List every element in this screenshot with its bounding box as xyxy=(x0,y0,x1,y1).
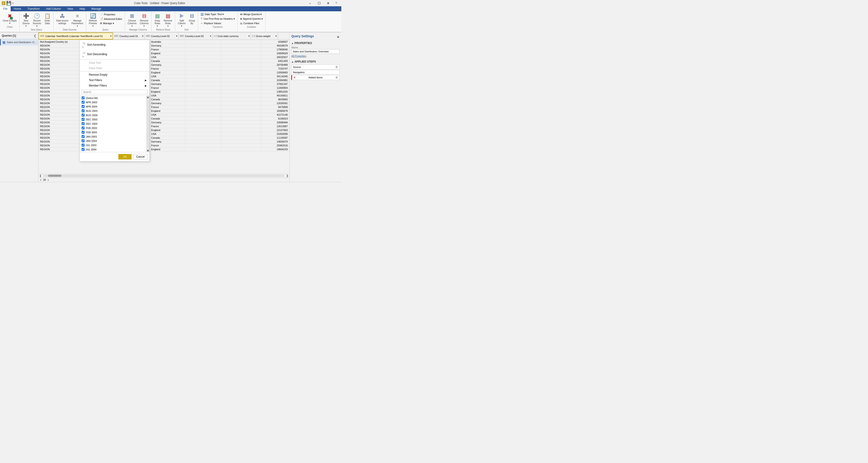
table-row[interactable]: REGIONAMERICACanada11126587 xyxy=(39,136,289,140)
table-row[interactable]: REGIONEUROPEFrance9475899 xyxy=(39,105,289,109)
tab-view[interactable]: View xyxy=(64,6,76,11)
filter-checkbox-aug2004[interactable] xyxy=(82,113,85,117)
help-btn[interactable]: ? xyxy=(333,0,340,6)
filter-item-jan2004[interactable]: JAN 2004 xyxy=(80,139,146,143)
h-scroll-right-arrow[interactable]: ❭ xyxy=(285,174,289,177)
col3-dropdown-arrow[interactable]: ▾ xyxy=(176,35,177,37)
table-row[interactable]: REGIONEUROPEEngland12050663 xyxy=(39,71,289,74)
filter-checkbox-apr2003[interactable] xyxy=(82,101,85,104)
step-source[interactable]: Source ⚙ xyxy=(291,65,340,70)
keep-rows-dropdown[interactable]: ▾ xyxy=(157,25,158,27)
table-row[interactable]: REGIONAMERICACanada6451493 xyxy=(39,59,289,63)
filter-checkbox-jul2003[interactable] xyxy=(82,144,85,146)
filter-search-input[interactable] xyxy=(82,90,148,94)
merge-queries-button[interactable]: ⋈ Merge Queries ▾ xyxy=(239,12,264,16)
col5-dropdown-arrow[interactable]: ▾ xyxy=(248,35,250,37)
col2-dropdown-arrow[interactable]: ▾ xyxy=(142,35,143,37)
minimize-btn[interactable]: – xyxy=(306,0,315,6)
filter-item-jun2003[interactable]: JUN 2003 xyxy=(80,152,146,152)
recent-sources-button[interactable]: 🕐 RecentSources ▾ xyxy=(31,12,42,28)
page-right-arrow[interactable]: › xyxy=(47,178,50,181)
filter-item-feb2004[interactable]: FEB 2004 xyxy=(80,130,146,134)
col-header-3[interactable]: ABC Country.Level 02 ▾ xyxy=(145,33,179,39)
table-row[interactable]: REGIONEUROPEGermany49328079 xyxy=(39,44,289,48)
col-header-1[interactable]: ABC Calendar Year/Month.Calendar Year/Mo… xyxy=(38,33,113,39)
ribbon-collapse-btn[interactable]: ▴ xyxy=(337,6,339,11)
col-header-2[interactable]: ABC Country.Level 01 ▾ xyxy=(113,33,145,39)
filter-checkbox-dec2003[interactable] xyxy=(82,118,85,121)
tab-help[interactable]: Help xyxy=(76,6,88,11)
filter-checkbox-aug2003[interactable] xyxy=(82,109,85,112)
table-row[interactable]: REGIONEUROPEFrance17969040 xyxy=(39,48,289,52)
properties-button[interactable]: 📄 Properties xyxy=(99,12,123,16)
keep-rows-button[interactable]: ▤ KeepRows ▾ xyxy=(153,12,162,28)
table-row[interactable]: REGIONEUROPEFrance11000854 xyxy=(39,86,289,90)
step-navigation[interactable]: Navigation xyxy=(291,70,340,74)
col-header-6[interactable]: 1.2 Gross weight ▾ xyxy=(251,33,278,39)
new-source-dropdown[interactable]: ▾ xyxy=(26,25,27,27)
text-filters-item[interactable]: Text Filters ▶ xyxy=(80,77,149,83)
table-row[interactable]: REGIONEUROPEFrance25962516 xyxy=(39,144,289,147)
filter-checkbox-jan2003[interactable] xyxy=(82,135,85,138)
table-row[interactable]: REGIONEUROPEEngland22157663 xyxy=(39,128,289,132)
tab-file[interactable]: File xyxy=(0,6,11,11)
horizontal-scrollbar[interactable]: ❬ ❭ xyxy=(38,174,289,177)
close-apply-dropdown[interactable]: ▾ xyxy=(9,22,10,24)
col-header-4[interactable]: ABC Country.Level 03 ▾ xyxy=(179,33,213,39)
scroll-thumb[interactable] xyxy=(147,99,149,148)
data-type-button[interactable]: 🔤 Data Type: Text ▾ xyxy=(199,12,236,16)
filter-item-dec2004[interactable]: DEC 2004 xyxy=(80,122,146,126)
remove-columns-button[interactable]: ⊟ RemoveColumns ▾ xyxy=(138,12,150,28)
choose-columns-button[interactable]: ⊞ ChooseColumns ▾ xyxy=(126,12,138,28)
step-added-items-gear-icon[interactable]: ⚙ xyxy=(336,76,338,79)
table-row[interactable]: REGIONAMERICACanada10304981 xyxy=(39,78,289,82)
filter-checkbox-apr2004[interactable] xyxy=(82,105,85,108)
page-left-arrow[interactable]: ‹ xyxy=(39,178,42,181)
table-row[interactable]: REGIONEUROPEGermany14826079 xyxy=(39,140,289,144)
all-properties-link[interactable]: All Properties xyxy=(291,55,340,57)
manage-button[interactable]: ⚙ Manage ▾ xyxy=(99,21,123,26)
save-icon[interactable]: 💾 xyxy=(6,1,11,6)
table-row[interactable]: REGIONAMERICAUSA26032927 xyxy=(39,55,289,59)
filter-checkbox-jul2004[interactable] xyxy=(82,148,85,151)
table-row[interactable]: REGIONEUROPEGermany12026591 xyxy=(39,101,289,105)
queries-panel-collapse[interactable]: ❮ xyxy=(34,34,36,37)
query-settings-close-icon[interactable]: ✕ xyxy=(337,35,340,39)
filter-item-feb2003[interactable]: FEB 2003 xyxy=(80,126,146,130)
table-row[interactable]: REGIONEUROPEEngland24809029 xyxy=(39,52,289,55)
append-queries-button[interactable]: ⊕ Append Queries ▾ xyxy=(239,17,264,21)
table-row[interactable]: REGIONEUROPEFrance7233747 xyxy=(39,67,289,71)
step-added-items[interactable]: ✕ Added Items ⚙ xyxy=(291,75,340,80)
col6-dropdown-arrow[interactable]: ▾ xyxy=(276,35,277,37)
table-row[interactable]: REGIONEUROPEEngland13851025 xyxy=(39,90,289,94)
enter-data-button[interactable]: 📋 EnterData xyxy=(43,12,52,26)
tab-add-column[interactable]: Add Column xyxy=(43,6,64,11)
table-row[interactable]: REGIONAMERICAUSA25350099 xyxy=(39,132,289,136)
maximize-btn[interactable]: ☐ xyxy=(315,0,324,6)
filter-ok-button[interactable]: OK xyxy=(119,154,131,160)
use-first-row-button[interactable]: ⊤ Use First Row as Headers ▾ xyxy=(199,17,236,21)
filter-item-apr2004[interactable]: APR 2004 xyxy=(80,104,146,109)
close-btn[interactable]: ✕ xyxy=(324,0,333,6)
col4-dropdown-arrow[interactable]: ▾ xyxy=(210,35,211,37)
table-row[interactable]: REGIONAMERICACanada6156023 xyxy=(39,117,289,121)
filter-checkbox-feb2004[interactable] xyxy=(82,131,85,134)
col1-dropdown-arrow[interactable]: ▾ xyxy=(110,35,112,37)
step-source-gear-icon[interactable]: ⚙ xyxy=(336,66,338,69)
filter-cancel-button[interactable]: Cancel xyxy=(133,154,148,160)
table-row[interactable]: REGIONAMERICAUSA42272146 xyxy=(39,113,289,117)
table-row[interactable]: REGIONEUROPEFrance12613687 xyxy=(39,125,289,128)
table-row[interactable]: REGIONEUROPEGermany16588484 xyxy=(39,121,289,125)
group-by-button[interactable]: ⊟ GroupBy xyxy=(187,12,196,26)
tab-transform[interactable]: Transform xyxy=(24,6,43,11)
filter-item-select-all[interactable]: (Select All) xyxy=(80,96,146,100)
filter-checkbox-jan2004[interactable] xyxy=(82,139,85,142)
data-source-settings-button[interactable]: 🖧 Data sourcesettings xyxy=(55,12,70,26)
filter-checkbox-dec2004[interactable] xyxy=(82,122,85,125)
advanced-editor-button[interactable]: 📝 Advanced Editor xyxy=(99,17,123,21)
manage-parameters-dropdown[interactable]: ▾ xyxy=(77,25,78,27)
filter-list-scrollbar[interactable]: ▲ ▼ xyxy=(146,96,149,152)
table-row[interactable]: Not Assigned Country (s)Australia4268607 xyxy=(39,40,289,44)
table-row[interactable]: REGIONEUROPEGermany37991347 xyxy=(39,82,289,86)
split-column-dropdown[interactable]: ▾ xyxy=(181,25,182,27)
